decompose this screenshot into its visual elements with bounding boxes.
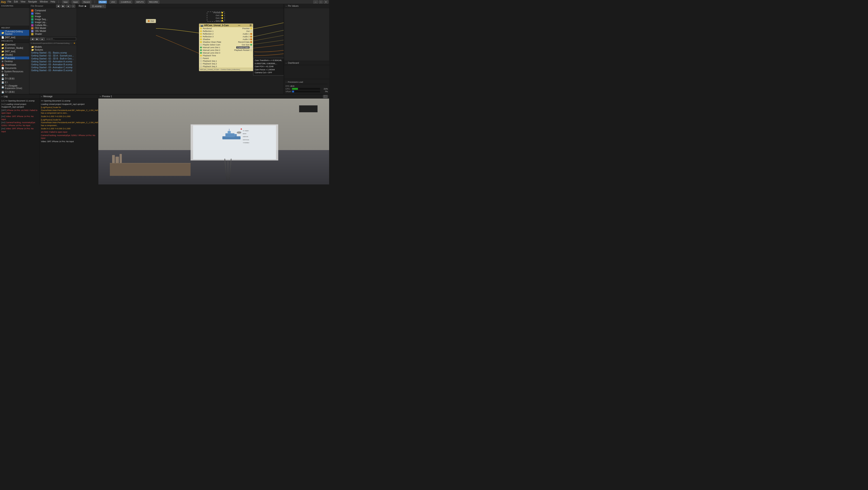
type-imagelayer[interactable]: Image Lay... [29, 21, 76, 24]
port-pbt-label: Playback Time [203, 55, 216, 57]
record-button[interactable]: RECORD [148, 0, 159, 4]
search-input[interactable] [45, 37, 76, 41]
node-graph-canvas[interactable]: Out Preview Out 1 [77, 8, 284, 94]
menu-view[interactable]: View [21, 0, 26, 4]
file-gs03a[interactable]: Getting Started - 03 - Animation A.xcomp [29, 60, 76, 63]
svg-text:法国进行改装: 法国进行改装 [243, 136, 248, 137]
port-rendered-label: Rendered [203, 27, 212, 30]
project-folder-icon: 📁 [1, 43, 4, 46]
svg-text:130一辆旋翼x1: 130一辆旋翼x1 [243, 130, 249, 131]
open-button[interactable]: Open [72, 0, 79, 4]
close-tab-icon[interactable]: ✕ [102, 5, 104, 7]
imagelayer-icon [31, 21, 33, 24]
recent-item-n07[interactable]: 📄 [N07_test] [0, 36, 29, 39]
project-studio[interactable]: 📁 [Studio] [0, 53, 29, 57]
cameras-button[interactable]: CAMERAS [119, 0, 132, 4]
node-minimize-btn[interactable]: — [238, 24, 240, 27]
search-bar: ◀ ▶ ▲ ✕ [29, 37, 76, 41]
port-playlist: Playlist Select Cam Out Size [199, 43, 253, 46]
type-shader[interactable]: Shader [29, 33, 76, 35]
ar-overlay-panel: 130一辆旋翼x1 舰体标准 法国进行改装 坚持多州决定架 7424型驱逐舰x1 [191, 124, 278, 160]
file-gs02a[interactable]: Getting Started - 02 - 3D A - SceneA.xco… [29, 54, 76, 57]
msg-5: [LogPhysics] Scale for /Game/Main.Main:P… [41, 118, 97, 127]
type-image[interactable]: Image [29, 15, 76, 18]
folder-models[interactable]: 📁 Models [29, 45, 76, 49]
vram-label: VRam [285, 90, 291, 93]
minimize-window[interactable]: — [313, 0, 318, 4]
type-fbx[interactable]: FBX Model [29, 27, 76, 30]
recent-item-tutorials[interactable]: 📁 [Tutorials]-Getting Started [0, 30, 29, 36]
fs-documents[interactable]: 📄 Documents [0, 66, 29, 70]
menu-help[interactable]: Help [51, 0, 55, 4]
port-lens1-dot [200, 47, 202, 49]
log-entry-2: [Arr] Loading Unreal project HuajianAR_r… [1, 103, 38, 109]
nav-back-btn[interactable]: ◀ [56, 4, 60, 8]
menu-edit[interactable]: Edit [14, 0, 18, 4]
node-graph[interactable]: Root ▶ 11.xcomp ✕ [77, 4, 284, 94]
log-text-6: Video: SRT: iPhone 14 Pro: No input [1, 127, 34, 133]
inputs-button[interactable]: INPUTS [135, 0, 145, 4]
nav-up-btn[interactable]: ▲ [66, 4, 71, 8]
file-gs02b[interactable]: Getting Started - 02 - 3D B - Built-in G… [29, 57, 76, 60]
search-next-btn[interactable]: ▶ [35, 37, 39, 41]
folder-textures[interactable]: 📁 Textures [29, 49, 76, 51]
close-window[interactable]: ✕ [324, 0, 328, 4]
node-title: ARCam_Unreal_3-Cam [204, 24, 229, 27]
top-center: File Browser ◀ ▶ ▲ ⌂ Compound [29, 4, 284, 94]
file-gs03c[interactable]: Getting Started - 03 - Animation C.xcomp [29, 66, 76, 69]
new-button[interactable]: New [62, 0, 69, 4]
project-common[interactable]: 📁 [Common] [0, 43, 29, 46]
room-item-1 [112, 155, 115, 163]
pin-values-title: -- [285, 5, 287, 7]
plow-button[interactable]: PLOW [98, 0, 107, 4]
menu-navigate[interactable]: Navigate [28, 0, 37, 4]
room-item-2 [116, 157, 119, 163]
log-text-3: iPhone 14 Pro: srt://402: Failed to open… [1, 109, 37, 114]
file-gs03d[interactable]: Getting Started - 03 - Animation D.xcomp [29, 69, 76, 72]
fs-desktop[interactable]: 🖥 Desktop [0, 60, 29, 63]
room-table [110, 163, 191, 176]
file-gs01[interactable]: Getting Started - 01 - Basics.xcomp [29, 51, 76, 54]
node-settings-btn[interactable]: ☰ [250, 24, 252, 27]
preview-expand-btn[interactable]: ⛶ [323, 95, 328, 98]
port-seq1-label: Playback Seq 1 [203, 60, 217, 62]
fs-drive-g[interactable]: 💾 G:\ (添加) [0, 90, 29, 94]
file-gs03b[interactable]: Getting Started - 03 - Animation B.xcomp [29, 63, 76, 66]
small-node-out[interactable]: Out [146, 19, 156, 23]
recent-button[interactable]: Recent [82, 0, 91, 4]
fs-system-resources[interactable]: ⚙ System Resources [0, 70, 29, 73]
mini-monitor [299, 105, 318, 112]
fs-drive-c[interactable]: 💾 C:\ [0, 73, 29, 76]
dashboard-header: -- Dashboard [284, 61, 329, 65]
nav-home-btn[interactable]: ⌂ [71, 4, 75, 8]
room-item-3 [120, 154, 122, 163]
port-seq2-dot [200, 63, 202, 65]
search-up-btn[interactable]: ▲ [40, 37, 44, 41]
type-imageseq[interactable]: Image Seq... [29, 18, 76, 21]
favorite-star[interactable]: ★ [73, 42, 75, 44]
menu-file[interactable]: File [8, 0, 11, 4]
fs-downloads[interactable]: 📥 Downloads [0, 63, 29, 66]
tooltip-line-4: Camera Cut = OFF [255, 71, 284, 74]
graph-tab[interactable]: 11.xcomp ✕ [90, 4, 106, 8]
project-n07[interactable]: 📁 [N07_test] [0, 50, 29, 53]
type-video[interactable]: Video [29, 12, 76, 15]
menu-window[interactable]: Window [40, 0, 48, 4]
nav-forward-btn[interactable]: ▶ [61, 4, 65, 8]
arcam-node[interactable]: 📷 ARCam_Unreal_3-Cam — ☰ Rendered Pre [199, 24, 253, 71]
fs-drive-d[interactable]: 💾 D:\ (添加) [0, 76, 29, 81]
fs-drive-f[interactable]: 💾 F:\ (Seagate Expansion Drive) [0, 84, 29, 90]
search-prev-btn[interactable]: ◀ [30, 37, 35, 41]
port-refl1-label: Reflection 1 [203, 30, 214, 32]
type-compound[interactable]: Compound [29, 9, 76, 12]
type-collada[interactable]: Collada Mo... [29, 24, 76, 27]
project-tutorials[interactable]: 📁 [Tutorials] [0, 57, 29, 59]
recent-section: 📁 [Tutorials]-Getting Started 📄 [N07_tes… [0, 30, 29, 39]
port-audio2-label: Audio 2 [243, 35, 250, 38]
project-common-studio[interactable]: 📁 [Common_Studio] [0, 46, 29, 50]
port-shadow-clean-dot [200, 41, 202, 43]
fs-drive-e[interactable]: 💾 E:\ [0, 81, 29, 84]
vdc-button[interactable]: VDC [110, 0, 117, 4]
type-obj[interactable]: OBJ Model [29, 30, 76, 33]
maximize-window[interactable]: □ [319, 0, 323, 4]
